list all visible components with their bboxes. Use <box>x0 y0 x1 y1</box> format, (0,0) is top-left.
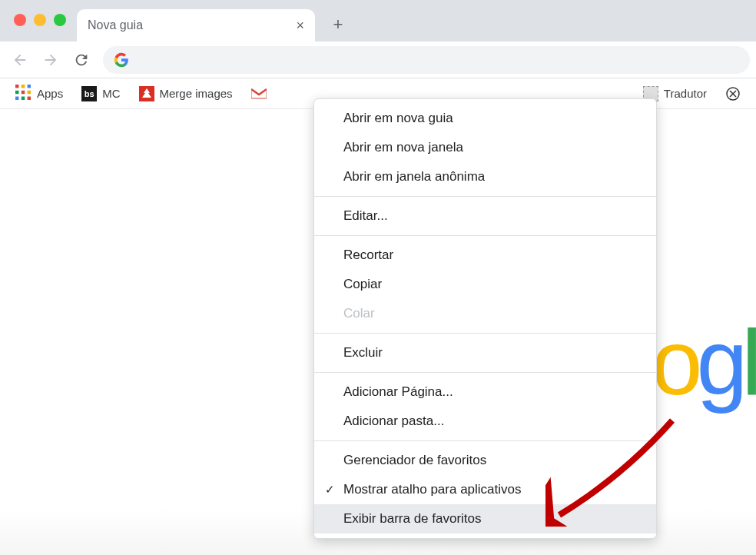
svg-rect-5 <box>28 91 31 94</box>
tab-title: Nova guia <box>88 18 143 32</box>
checkmark-icon: ✓ <box>325 483 335 497</box>
svg-rect-6 <box>15 97 18 100</box>
menu-separator <box>314 333 656 334</box>
reload-icon <box>73 52 90 68</box>
bookmark-item-merge-images[interactable]: Merge images <box>133 83 239 105</box>
gmail-icon <box>251 86 267 101</box>
context-menu: Abrir em nova guia Abrir em nova janela … <box>313 98 657 539</box>
svg-rect-3 <box>15 91 18 94</box>
svg-rect-2 <box>28 85 31 88</box>
bookmark-item-extension[interactable] <box>719 83 747 105</box>
tab-strip: Nova guia × + <box>77 0 352 42</box>
window-close-button[interactable] <box>14 14 26 26</box>
svg-rect-8 <box>28 97 31 100</box>
bookmark-label: MC <box>102 87 120 100</box>
menu-item-copy[interactable]: Copiar <box>314 270 656 299</box>
window-minimize-button[interactable] <box>34 14 46 26</box>
browser-tab[interactable]: Nova guia × <box>77 9 315 42</box>
svg-rect-4 <box>22 91 25 94</box>
navigation-toolbar <box>0 42 756 78</box>
menu-separator <box>314 372 656 373</box>
svg-rect-1 <box>22 85 25 88</box>
arrow-right-icon <box>42 52 59 68</box>
window-titlebar: Nova guia × + <box>0 0 756 42</box>
window-maximize-button[interactable] <box>54 14 66 26</box>
menu-separator <box>314 440 656 441</box>
window-controls <box>14 14 66 26</box>
google-logo-partial: ogl <box>652 309 756 415</box>
bookmark-item-mc[interactable]: bs MC <box>75 83 126 105</box>
bookmark-label: Tradutor <box>664 87 707 100</box>
tab-close-icon[interactable]: × <box>296 18 304 34</box>
menu-item-add-folder[interactable]: Adicionar pasta... <box>314 407 656 436</box>
extension-icon <box>725 86 741 101</box>
apps-grid-icon <box>15 85 31 102</box>
forward-button[interactable] <box>37 46 65 74</box>
new-tab-button[interactable]: + <box>324 11 352 38</box>
bookmark-label: Merge images <box>160 87 233 100</box>
menu-item-open-incognito[interactable]: Abrir em janela anônima <box>314 162 656 191</box>
menu-item-open-new-window[interactable]: Abrir em nova janela <box>314 133 656 162</box>
menu-item-edit[interactable]: Editar... <box>314 201 656 231</box>
apps-label: Apps <box>37 87 63 100</box>
arrow-left-icon <box>12 52 28 68</box>
apps-shortcut[interactable]: Apps <box>9 81 69 105</box>
menu-item-show-apps-shortcut[interactable]: ✓Mostrar atalho para aplicativos <box>314 475 656 504</box>
tree-icon <box>139 86 154 101</box>
menu-item-paste: Colar <box>314 299 656 328</box>
menu-separator <box>314 235 656 236</box>
menu-separator <box>314 196 656 197</box>
menu-item-show-bookmarks-bar[interactable]: Exibir barra de favoritos <box>314 504 656 533</box>
menu-item-bookmark-manager[interactable]: Gerenciador de favoritos <box>314 446 656 475</box>
svg-rect-0 <box>15 85 18 88</box>
svg-rect-7 <box>22 97 25 100</box>
menu-item-add-page[interactable]: Adicionar Página... <box>314 377 656 407</box>
bookmark-item-gmail[interactable] <box>245 83 273 105</box>
menu-item-cut[interactable]: Recortar <box>314 241 656 270</box>
address-bar[interactable] <box>103 46 750 74</box>
bs-icon: bs <box>81 86 97 101</box>
google-g-icon <box>114 52 129 68</box>
reload-button[interactable] <box>68 46 95 74</box>
back-button[interactable] <box>6 46 34 74</box>
menu-item-delete[interactable]: Excluir <box>314 338 656 367</box>
menu-item-open-new-tab[interactable]: Abrir em nova guia <box>314 104 656 133</box>
